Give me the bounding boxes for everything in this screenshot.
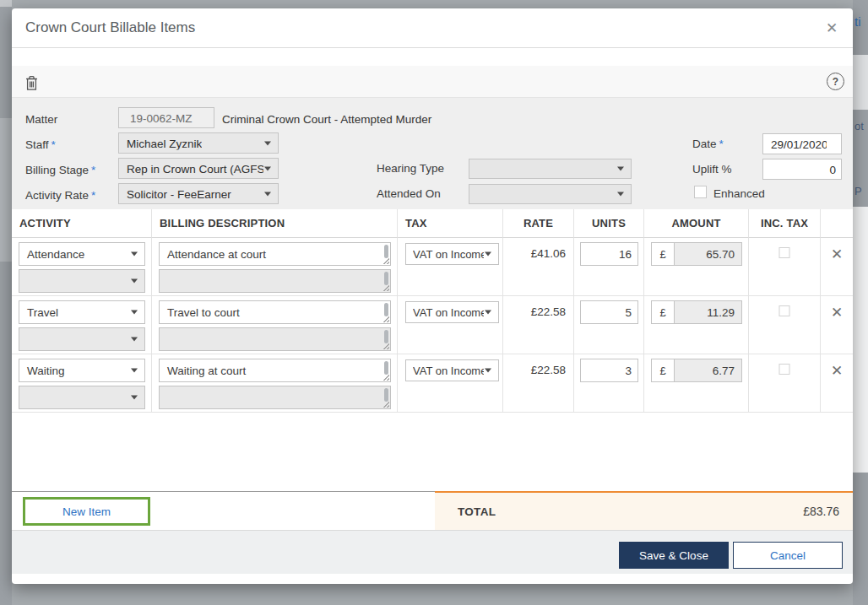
currency-prefix: £ [651,242,675,266]
enhanced-checkbox[interactable] [694,186,707,198]
billing-stage-label: Billing Stage* [25,164,95,176]
resize-grip[interactable] [382,401,389,408]
resize-grip[interactable] [382,316,389,322]
column-header-inc-tax: INC. TAX [749,209,821,238]
background-text-fragment: P [854,185,862,197]
sub-activity-select[interactable] [19,386,145,409]
matter-field[interactable]: 19-0062-MZ [118,107,214,128]
scrollbar-thumb[interactable] [384,245,388,258]
column-header-actions [821,209,853,238]
scrollbar-thumb[interactable] [384,272,388,285]
scrollbar-thumb[interactable] [384,361,388,375]
backdrop-right: ti ot P [853,0,868,605]
chevron-down-icon [485,369,491,373]
total-row: TOTAL £83.76 [435,491,853,530]
inc-tax-checkbox[interactable] [779,364,790,375]
amount-value: 6.77 [674,359,742,382]
chevron-down-icon [485,311,491,315]
inc-tax-checkbox[interactable] [779,247,790,258]
tax-select[interactable]: VAT on Income [405,243,499,265]
table-empty-area [12,413,853,491]
table-row: Travel Travel to court [12,296,853,354]
chevron-down-icon [131,369,138,373]
staff-dropdown[interactable]: Michael Zyznik [118,132,279,154]
billable-items-table: ACTIVITY BILLING DESCRIPTION TAX RATE UN… [12,209,853,491]
billing-stage-dropdown[interactable]: Rep in Crown Court (AGFS) [118,158,279,179]
sub-description-textarea[interactable] [159,269,391,293]
delete-row-button[interactable]: ✕ [831,364,843,378]
column-header-units: UNITS [574,209,644,238]
inc-tax-checkbox[interactable] [779,305,790,316]
cancel-button[interactable]: Cancel [733,542,843,569]
backdrop-segment [853,207,868,473]
uplift-label: Uplift % [692,163,732,176]
backdrop-left [0,0,12,605]
currency-prefix: £ [651,359,675,382]
close-icon: ✕ [826,19,838,37]
amount-value: 65.70 [674,242,742,266]
sub-description-textarea[interactable] [159,327,391,351]
save-close-button[interactable]: Save & Close [619,542,729,569]
backdrop-segment [853,55,868,110]
delete-entry-button[interactable] [22,73,41,92]
delete-row-button[interactable]: ✕ [831,247,843,262]
resize-grip[interactable] [382,284,389,291]
tax-select[interactable]: VAT on Income [405,359,499,381]
units-input[interactable]: 16 [580,242,638,266]
tax-select[interactable]: VAT on Income [405,301,499,323]
attended-on-dropdown[interactable] [469,184,632,204]
total-value: £83.76 [803,505,839,518]
billing-description-textarea[interactable]: Attendance at court [159,242,391,266]
chevron-down-icon [485,252,491,257]
sub-activity-select[interactable] [19,327,145,351]
billing-description-textarea[interactable]: Waiting at court [159,359,391,382]
rate-value: £22.58 [503,296,574,354]
chevron-down-icon [617,192,624,197]
billing-description-textarea[interactable]: Travel to court [159,300,391,324]
scrollbar-thumb[interactable] [384,303,388,316]
backdrop-segment [0,0,12,7]
matter-label: Matter [25,113,57,126]
resize-grip[interactable] [382,343,389,349]
column-header-activity: ACTIVITY [12,209,152,238]
sub-activity-select[interactable] [19,269,145,293]
activity-select[interactable]: Attendance [19,242,145,266]
date-input[interactable]: 29/01/2020 [762,133,842,154]
column-header-tax: TAX [398,209,503,238]
required-asterisk: * [91,189,95,202]
scrollbar-thumb[interactable] [384,388,388,402]
chevron-down-icon [264,166,271,170]
units-input[interactable]: 3 [580,359,638,382]
resize-grip[interactable] [382,257,389,264]
table-row: Attendance Attendance at court [12,238,853,296]
activity-select[interactable]: Travel [19,300,145,324]
resize-grip[interactable] [382,374,389,381]
activity-rate-label: Activity Rate* [25,189,95,202]
dialog-titlebar: Crown Court Billable Items ✕ [12,8,853,48]
new-item-button[interactable]: New Item [23,497,150,526]
delete-row-button[interactable]: ✕ [831,305,843,320]
help-button[interactable]: ? [827,73,844,90]
column-header-rate: RATE [503,209,574,238]
scrollbar-thumb[interactable] [384,330,388,343]
crown-court-billable-items-dialog: Crown Court Billable Items ✕ ? Matter 19… [12,8,853,584]
background-text-fragment: ot [854,120,864,132]
units-input[interactable]: 5 [580,300,638,324]
activity-rate-dropdown[interactable]: Solicitor - FeeEarner [118,183,279,204]
required-asterisk: * [52,138,56,151]
table-footer-row: New Item TOTAL £83.76 [12,491,853,530]
close-button[interactable]: ✕ [821,17,843,39]
currency-prefix: £ [651,300,675,324]
uplift-input[interactable]: 0 [762,159,842,180]
column-header-amount: AMOUNT [644,209,749,238]
chevron-down-icon [131,311,138,315]
amount-value: 11.29 [674,300,742,324]
chevron-down-icon [131,279,138,284]
activity-select[interactable]: Waiting [19,359,145,382]
hearing-type-dropdown[interactable] [469,159,632,179]
column-header-description: BILLING DESCRIPTION [152,209,398,238]
sub-description-textarea[interactable] [159,386,391,409]
table-header-row: ACTIVITY BILLING DESCRIPTION TAX RATE UN… [12,209,853,238]
attended-on-label: Attended On [377,187,441,200]
chevron-down-icon [131,338,138,342]
